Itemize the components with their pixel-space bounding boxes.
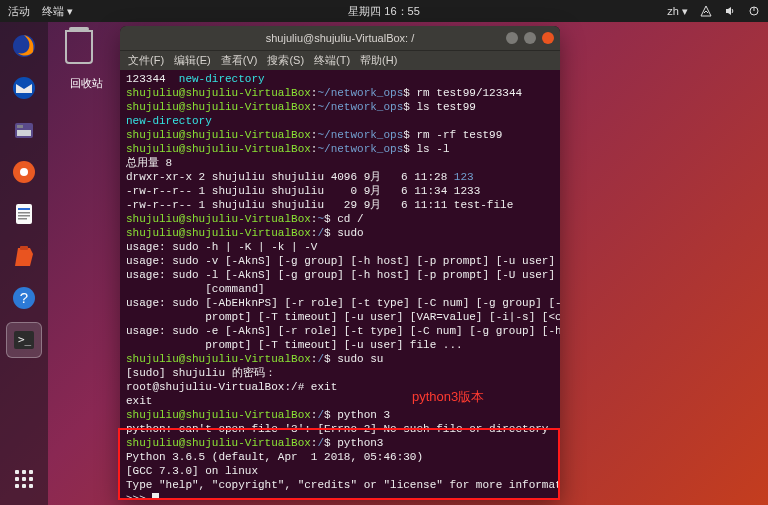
svg-rect-6 (17, 130, 31, 136)
term-text: shujuliu@shujuliu-VirtualBox (126, 213, 311, 225)
dock-firefox[interactable] (6, 28, 42, 64)
app-menu[interactable]: 终端 ▾ (42, 4, 73, 19)
term-text: drwxr-xr-x 2 shujuliu shujuliu 4096 9月 6… (126, 171, 454, 183)
desktop-trash-label: 回收站 (70, 77, 103, 89)
svg-rect-9 (16, 204, 32, 224)
desktop-trash[interactable]: 回收站 (58, 30, 114, 91)
trash-icon (65, 30, 93, 64)
term-text: shujuliu@shujuliu-VirtualBox (126, 227, 311, 239)
menu-view[interactable]: 查看(V) (221, 53, 258, 68)
term-text: $ python 3 (324, 409, 390, 421)
menu-file[interactable]: 文件(F) (128, 53, 164, 68)
term-text: ~/network_ops (317, 101, 403, 113)
term-text: $ ls -l (403, 143, 449, 155)
window-title: shujuliu@shujuliu-VirtualBox: / (266, 32, 415, 44)
term-text: [sudo] shujuliu 的密码： (126, 367, 276, 379)
svg-rect-13 (18, 218, 27, 220)
dock-terminal[interactable]: >_ (6, 322, 42, 358)
term-text: usage: sudo -v [-AknS] [-g group] [-h ho… (126, 255, 555, 267)
annotation-box (118, 428, 560, 500)
dock-files[interactable] (6, 112, 42, 148)
term-text: shujuliu@shujuliu-VirtualBox (126, 143, 311, 155)
power-icon[interactable] (748, 5, 760, 17)
term-text: $ sudo su (324, 353, 383, 365)
dock-rhythmbox[interactable] (6, 154, 42, 190)
svg-rect-10 (18, 208, 30, 210)
term-text: shujuliu@shujuliu-VirtualBox (126, 409, 311, 421)
input-source-indicator[interactable]: zh ▾ (667, 5, 688, 18)
terminal-menubar: 文件(F) 编辑(E) 查看(V) 搜索(S) 终端(T) 帮助(H) (120, 50, 560, 70)
menu-edit[interactable]: 编辑(E) (174, 53, 211, 68)
term-text: usage: sudo [-AbEHknPS] [-r role] [-t ty… (126, 297, 560, 309)
term-text: shujuliu@shujuliu-VirtualBox (126, 129, 311, 141)
term-text: $ rm -rf test99 (403, 129, 502, 141)
term-text: usage: sudo -e [-AknS] [-r role] [-t typ… (126, 325, 560, 337)
term-text: -rw-r--r-- 1 shujuliu shujuliu 29 9月 6 1… (126, 199, 513, 211)
term-text: -rw-r--r-- 1 shujuliu shujuliu 0 9月 6 11… (126, 185, 480, 197)
term-text: usage: sudo -h | -K | -k | -V (126, 241, 317, 253)
window-maximize-button[interactable] (524, 32, 536, 44)
dock-thunderbird[interactable] (6, 70, 42, 106)
svg-rect-12 (18, 215, 30, 217)
term-text: new-directory (126, 115, 212, 127)
svg-rect-11 (18, 212, 30, 214)
term-text: $ ls test99 (403, 101, 476, 113)
term-text: ~/network_ops (317, 87, 403, 99)
term-text: $ sudo (324, 227, 364, 239)
activities-button[interactable]: 活动 (8, 4, 30, 19)
term-text: shujuliu@shujuliu-VirtualBox (126, 353, 311, 365)
dock-software[interactable] (6, 238, 42, 274)
network-icon[interactable] (700, 5, 712, 17)
term-text: 123 (454, 171, 474, 183)
gnome-top-bar: 活动 终端 ▾ 星期四 16：55 zh ▾ (0, 0, 768, 22)
term-text: $ rm test99/123344 (403, 87, 522, 99)
svg-rect-14 (20, 246, 28, 250)
clock[interactable]: 星期四 16：55 (348, 4, 420, 19)
term-text: exit (126, 395, 152, 407)
term-text: shujuliu@shujuliu-VirtualBox (126, 101, 311, 113)
sound-icon[interactable] (724, 5, 736, 17)
term-text: [command] (126, 283, 265, 295)
svg-text:>_: >_ (18, 333, 32, 346)
term-text: 123344 (126, 73, 179, 85)
term-text: new-directory (179, 73, 265, 85)
term-text: ~/network_ops (317, 129, 403, 141)
term-text: ~/network_ops (317, 143, 403, 155)
menu-terminal[interactable]: 终端(T) (314, 53, 350, 68)
menu-search[interactable]: 搜索(S) (267, 53, 304, 68)
svg-text:?: ? (20, 289, 28, 306)
window-titlebar[interactable]: shujuliu@shujuliu-VirtualBox: / (120, 26, 560, 50)
dock-help[interactable]: ? (6, 280, 42, 316)
term-text: root@shujuliu-VirtualBox:/# exit (126, 381, 337, 393)
term-text: $ cd / (324, 213, 364, 225)
svg-point-8 (20, 168, 28, 176)
term-text: shujuliu@shujuliu-VirtualBox (126, 87, 311, 99)
term-text: 总用量 8 (126, 157, 172, 169)
svg-rect-5 (17, 125, 23, 128)
show-applications-button[interactable] (6, 461, 42, 497)
term-text: prompt] [-T timeout] [-u user] file ... (126, 339, 463, 351)
dock-writer[interactable] (6, 196, 42, 232)
annotation-text: python3版本 (412, 388, 484, 406)
term-text: prompt] [-T timeout] [-u user] [VAR=valu… (126, 311, 560, 323)
term-text: usage: sudo -l [-AknS] [-g group] [-h ho… (126, 269, 560, 281)
menu-help[interactable]: 帮助(H) (360, 53, 397, 68)
window-close-button[interactable] (542, 32, 554, 44)
ubuntu-dock: ? >_ (0, 22, 48, 505)
window-minimize-button[interactable] (506, 32, 518, 44)
